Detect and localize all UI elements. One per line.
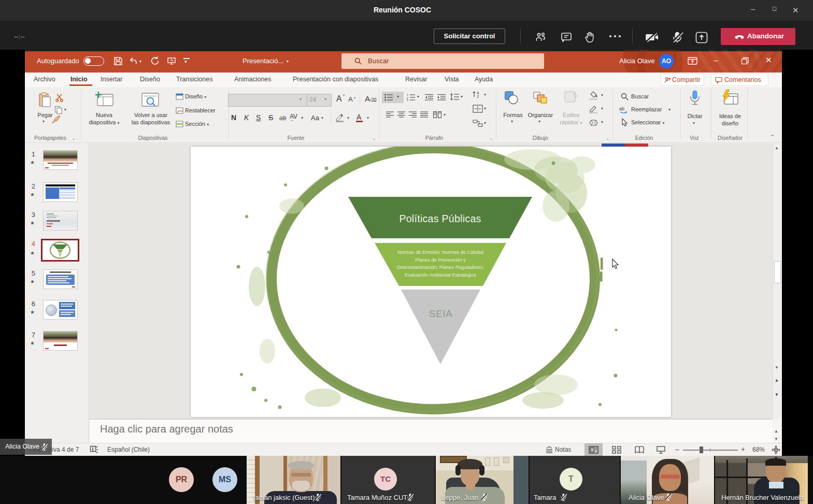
svg-text:A: A: [477, 91, 479, 95]
svg-text:Z: Z: [477, 95, 479, 98]
svg-text:3: 3: [407, 98, 408, 101]
svg-text:ab: ab: [619, 106, 624, 111]
